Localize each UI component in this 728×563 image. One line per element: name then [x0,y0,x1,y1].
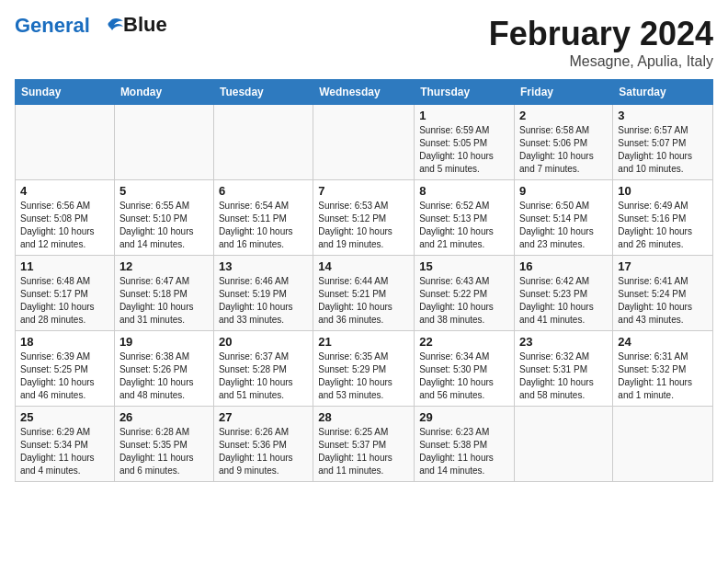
calendar-cell: 13Sunrise: 6:46 AM Sunset: 5:19 PM Dayli… [213,256,313,331]
col-header-tuesday: Tuesday [213,80,313,105]
day-number: 21 [318,335,409,349]
calendar-cell: 6Sunrise: 6:54 AM Sunset: 5:11 PM Daylig… [213,180,313,256]
day-detail: Sunrise: 6:28 AM Sunset: 5:35 PM Dayligh… [119,426,209,477]
calendar-table: SundayMondayTuesdayWednesdayThursdayFrid… [15,79,713,482]
calendar-cell: 16Sunrise: 6:42 AM Sunset: 5:23 PM Dayli… [515,256,613,331]
calendar-cell: 5Sunrise: 6:55 AM Sunset: 5:10 PM Daylig… [114,180,213,256]
calendar-cell: 28Sunrise: 6:25 AM Sunset: 5:37 PM Dayli… [313,407,415,482]
calendar-cell: 24Sunrise: 6:31 AM Sunset: 5:32 PM Dayli… [613,331,713,407]
day-detail: Sunrise: 6:56 AM Sunset: 5:08 PM Dayligh… [20,200,109,251]
month-title: February 2024 [489,15,713,53]
calendar-cell: 29Sunrise: 6:23 AM Sunset: 5:38 PM Dayli… [415,407,515,482]
calendar-cell: 8Sunrise: 6:52 AM Sunset: 5:13 PM Daylig… [415,180,515,256]
day-detail: Sunrise: 6:38 AM Sunset: 5:26 PM Dayligh… [119,350,209,402]
week-row-1: 1Sunrise: 6:59 AM Sunset: 5:05 PM Daylig… [16,105,713,180]
day-detail: Sunrise: 6:32 AM Sunset: 5:31 PM Dayligh… [519,350,608,402]
day-number: 10 [618,184,708,198]
calendar-cell: 23Sunrise: 6:32 AM Sunset: 5:31 PM Dayli… [515,331,613,407]
day-detail: Sunrise: 6:31 AM Sunset: 5:32 PM Dayligh… [618,350,708,402]
day-number: 3 [618,109,708,122]
col-header-thursday: Thursday [415,80,515,105]
day-number: 14 [318,259,409,273]
week-row-4: 18Sunrise: 6:39 AM Sunset: 5:25 PM Dayli… [16,331,713,407]
day-number: 9 [519,184,608,198]
header-row: SundayMondayTuesdayWednesdayThursdayFrid… [16,80,713,105]
day-number: 1 [419,109,509,122]
day-detail: Sunrise: 6:41 AM Sunset: 5:24 PM Dayligh… [618,275,708,327]
day-number: 8 [419,184,509,198]
day-detail: Sunrise: 6:37 AM Sunset: 5:28 PM Dayligh… [219,350,308,402]
calendar-cell: 11Sunrise: 6:48 AM Sunset: 5:17 PM Dayli… [16,256,115,331]
calendar-cell [515,407,613,482]
day-detail: Sunrise: 6:50 AM Sunset: 5:14 PM Dayligh… [519,200,608,251]
logo: General Blue [15,15,167,37]
calendar-cell [313,105,415,180]
calendar-cell: 12Sunrise: 6:47 AM Sunset: 5:18 PM Dayli… [114,256,213,331]
calendar-cell: 17Sunrise: 6:41 AM Sunset: 5:24 PM Dayli… [613,256,713,331]
week-row-3: 11Sunrise: 6:48 AM Sunset: 5:17 PM Dayli… [16,256,713,331]
day-detail: Sunrise: 6:43 AM Sunset: 5:22 PM Dayligh… [419,275,509,327]
col-header-saturday: Saturday [613,80,713,105]
day-detail: Sunrise: 6:34 AM Sunset: 5:30 PM Dayligh… [419,350,509,402]
day-number: 17 [618,259,708,273]
day-detail: Sunrise: 6:26 AM Sunset: 5:36 PM Dayligh… [219,426,308,477]
subtitle: Mesagne, Apulia, Italy [489,53,713,70]
calendar-cell [114,105,213,180]
day-number: 13 [219,259,308,273]
page-header: General Blue February 2024 Mesagne, Apul… [15,15,713,70]
day-detail: Sunrise: 6:44 AM Sunset: 5:21 PM Dayligh… [318,275,409,327]
day-number: 11 [20,259,109,273]
calendar-cell: 27Sunrise: 6:26 AM Sunset: 5:36 PM Dayli… [213,407,313,482]
day-detail: Sunrise: 6:25 AM Sunset: 5:37 PM Dayligh… [318,426,409,477]
calendar-cell: 21Sunrise: 6:35 AM Sunset: 5:29 PM Dayli… [313,331,415,407]
day-number: 7 [318,184,409,198]
day-number: 19 [119,335,209,349]
calendar-cell [213,105,313,180]
calendar-cell: 3Sunrise: 6:57 AM Sunset: 5:07 PM Daylig… [613,105,713,180]
logo-text: General [15,15,123,37]
day-detail: Sunrise: 6:29 AM Sunset: 5:34 PM Dayligh… [20,426,109,477]
calendar-cell: 22Sunrise: 6:34 AM Sunset: 5:30 PM Dayli… [415,331,515,407]
day-detail: Sunrise: 6:49 AM Sunset: 5:16 PM Dayligh… [618,200,708,251]
day-number: 20 [219,335,308,349]
day-detail: Sunrise: 6:46 AM Sunset: 5:19 PM Dayligh… [219,275,308,327]
calendar-cell: 10Sunrise: 6:49 AM Sunset: 5:16 PM Dayli… [613,180,713,256]
calendar-cell: 1Sunrise: 6:59 AM Sunset: 5:05 PM Daylig… [415,105,515,180]
day-number: 25 [20,410,109,424]
day-number: 24 [618,335,708,349]
calendar-cell: 14Sunrise: 6:44 AM Sunset: 5:21 PM Dayli… [313,256,415,331]
day-detail: Sunrise: 6:54 AM Sunset: 5:11 PM Dayligh… [219,200,308,251]
day-number: 6 [219,184,308,198]
day-detail: Sunrise: 6:59 AM Sunset: 5:05 PM Dayligh… [419,124,509,176]
day-number: 4 [20,184,109,198]
calendar-cell: 26Sunrise: 6:28 AM Sunset: 5:35 PM Dayli… [114,407,213,482]
day-number: 16 [519,259,608,273]
day-number: 18 [20,335,109,349]
week-row-2: 4Sunrise: 6:56 AM Sunset: 5:08 PM Daylig… [16,180,713,256]
day-number: 23 [519,335,608,349]
week-row-5: 25Sunrise: 6:29 AM Sunset: 5:34 PM Dayli… [16,407,713,482]
title-block: February 2024 Mesagne, Apulia, Italy [489,15,713,70]
day-detail: Sunrise: 6:57 AM Sunset: 5:07 PM Dayligh… [618,124,708,176]
day-number: 12 [119,259,209,273]
day-number: 15 [419,259,509,273]
calendar-cell: 15Sunrise: 6:43 AM Sunset: 5:22 PM Dayli… [415,256,515,331]
calendar-cell: 19Sunrise: 6:38 AM Sunset: 5:26 PM Dayli… [114,331,213,407]
day-detail: Sunrise: 6:39 AM Sunset: 5:25 PM Dayligh… [20,350,109,402]
day-number: 28 [318,410,409,424]
day-detail: Sunrise: 6:23 AM Sunset: 5:38 PM Dayligh… [419,426,509,477]
col-header-sunday: Sunday [16,80,115,105]
day-detail: Sunrise: 6:55 AM Sunset: 5:10 PM Dayligh… [119,200,209,251]
col-header-friday: Friday [515,80,613,105]
logo-bird-icon [97,17,123,36]
day-detail: Sunrise: 6:35 AM Sunset: 5:29 PM Dayligh… [318,350,409,402]
calendar-cell [613,407,713,482]
calendar-cell: 7Sunrise: 6:53 AM Sunset: 5:12 PM Daylig… [313,180,415,256]
day-number: 22 [419,335,509,349]
day-detail: Sunrise: 6:48 AM Sunset: 5:17 PM Dayligh… [20,275,109,327]
day-number: 26 [119,410,209,424]
calendar-cell: 9Sunrise: 6:50 AM Sunset: 5:14 PM Daylig… [515,180,613,256]
day-number: 5 [119,184,209,198]
col-header-wednesday: Wednesday [313,80,415,105]
day-number: 27 [219,410,308,424]
